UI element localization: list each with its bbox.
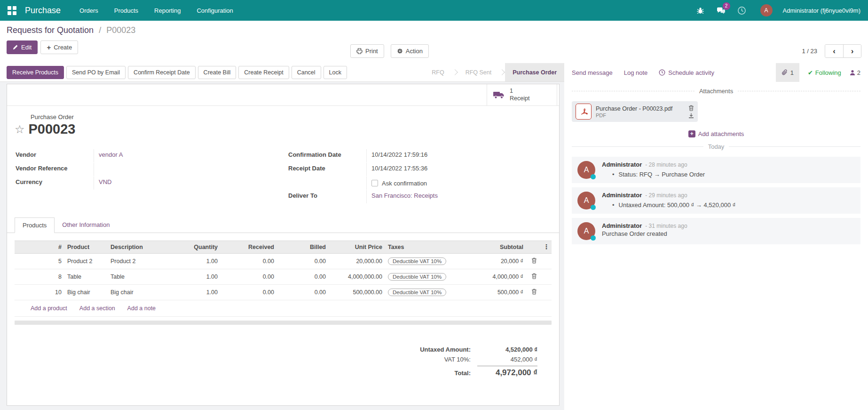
attachment-card[interactable]: Purchase Order - P00023.pdf PDF: [572, 101, 698, 122]
attachment-file-name[interactable]: Purchase Order - P00023.pdf: [596, 105, 672, 112]
tab-products[interactable]: Products: [15, 217, 55, 233]
send-message-button[interactable]: Send message: [572, 69, 613, 76]
bug-icon[interactable]: [695, 5, 706, 16]
vat-label: VAT 10%:: [382, 356, 477, 363]
edit-button[interactable]: Edit: [7, 40, 38, 54]
messages-icon[interactable]: 2: [716, 5, 726, 16]
receipt-smart-button[interactable]: 1 Receipt: [487, 84, 557, 105]
table-row[interactable]: 5 Product 2 Product 2 1.00 0.00 0.00 20,…: [15, 254, 552, 269]
deliver-to-value[interactable]: San Francisco: Receipts: [371, 192, 438, 199]
apps-menu-icon[interactable]: [8, 6, 16, 15]
table-row[interactable]: 10 Big chair Big chair 1.00 0.00 0.00 50…: [15, 285, 552, 300]
add-a-note-link[interactable]: Add a note: [127, 305, 156, 312]
print-button[interactable]: Print: [350, 44, 384, 58]
control-buttons: Edit + Create Print Action 1 / 23: [7, 40, 861, 54]
lock-button[interactable]: Lock: [324, 66, 347, 79]
log-note-button[interactable]: Log note: [624, 69, 648, 76]
ask-confirmation-checkbox[interactable]: [371, 180, 378, 186]
pdf-file-icon: [576, 104, 592, 120]
tab-other-information[interactable]: Other Information: [55, 217, 117, 233]
create-bill-button[interactable]: Create Bill: [198, 66, 237, 79]
date-divider: Today: [572, 143, 860, 150]
vendor-reference-label: Vendor Reference: [15, 163, 94, 174]
deliver-to-label: Deliver To: [287, 190, 366, 201]
currency-value[interactable]: VND: [99, 178, 111, 185]
person-icon: [850, 70, 855, 76]
send-po-by-email-button[interactable]: Send PO by Email: [66, 66, 126, 79]
delete-row-icon[interactable]: [531, 289, 537, 295]
row-handle[interactable]: [15, 289, 27, 296]
online-status-dot: [591, 174, 596, 179]
state-rfq[interactable]: RFQ: [424, 63, 451, 81]
delete-row-icon[interactable]: [531, 273, 537, 279]
online-status-dot: [591, 205, 596, 210]
following-button[interactable]: ✔ Following: [808, 69, 841, 76]
online-status-dot: [591, 235, 596, 241]
truck-icon: [493, 90, 505, 100]
user-name[interactable]: Administrator (fj6nyue0vi9m): [783, 7, 860, 14]
check-icon: ✔: [808, 69, 813, 76]
confirm-receipt-date-button[interactable]: Confirm Receipt Date: [128, 66, 196, 79]
state-rfq-sent[interactable]: RFQ Sent: [458, 63, 499, 81]
horizontal-scrollbar[interactable]: [15, 321, 552, 325]
date-divider-label: Today: [708, 143, 725, 150]
menu-products[interactable]: Products: [114, 7, 138, 14]
content-area: Receive Products Send PO by Email Confir…: [0, 63, 868, 410]
attachments-toggle-button[interactable]: 1: [776, 63, 799, 82]
menu-orders[interactable]: Orders: [79, 7, 98, 14]
menu-configuration[interactable]: Configuration: [197, 7, 233, 14]
activities-clock-icon[interactable]: [737, 5, 747, 16]
status-pipeline: RFQ RFQ Sent Purchase Order: [424, 63, 564, 81]
col-quantity: Quantity: [174, 241, 221, 253]
cancel-button[interactable]: Cancel: [292, 66, 321, 79]
delete-attachment-icon[interactable]: [688, 105, 694, 111]
receipt-date-value[interactable]: 10/14/2022 17:55:36: [366, 163, 552, 176]
message-body: Status: RFQ → Purchase Order: [619, 171, 705, 178]
page-title: P00023: [29, 121, 76, 137]
menu-reporting[interactable]: Reporting: [154, 7, 181, 14]
download-attachment-icon[interactable]: [688, 113, 694, 119]
user-avatar[interactable]: A: [760, 4, 773, 16]
col-product: Product: [64, 241, 108, 253]
bullet: •: [612, 171, 615, 178]
favorite-star-icon[interactable]: ☆: [15, 123, 25, 136]
table-row[interactable]: 8 Table Table 1.00 0.00 0.00 4,000,000.0…: [15, 269, 552, 285]
main-menu: Orders Products Reporting Configuration: [79, 7, 233, 14]
breadcrumb: Requests for Quotation / P00023: [7, 25, 861, 35]
row-handle[interactable]: [15, 273, 27, 281]
chatter-panel: Send message Log note Schedule activity …: [564, 63, 868, 410]
col-received: Received: [221, 241, 277, 253]
add-a-section-link[interactable]: Add a section: [79, 305, 115, 312]
followers-button[interactable]: 2: [850, 69, 860, 76]
state-purchase-order[interactable]: Purchase Order: [505, 63, 564, 81]
paperclip-icon: [781, 69, 788, 76]
total-value: 4,972,000 ₫: [477, 366, 537, 378]
doc-type-label: Purchase Order: [31, 113, 552, 121]
row-handle[interactable]: [15, 257, 27, 265]
create-receipt-button[interactable]: Create Receipt: [238, 66, 289, 79]
pager-next-icon[interactable]: ›: [843, 45, 861, 57]
vendor-reference-value[interactable]: [94, 163, 279, 176]
app-name[interactable]: Purchase: [25, 6, 61, 16]
pager-prev-icon[interactable]: ‹: [825, 45, 843, 57]
schedule-activity-button[interactable]: Schedule activity: [659, 69, 714, 76]
order-lines-table: # Product Description Quantity Received …: [15, 241, 552, 325]
vendor-value[interactable]: vendor A: [99, 151, 123, 158]
optional-columns-icon[interactable]: ⋮: [543, 243, 550, 250]
breadcrumb-parent[interactable]: Requests for Quotation: [7, 25, 94, 35]
bullet: •: [612, 201, 615, 209]
add-a-product-link[interactable]: Add a product: [31, 305, 67, 312]
action-button[interactable]: Action: [391, 44, 429, 58]
currency-label: Currency: [15, 177, 94, 187]
create-button[interactable]: + Create: [40, 40, 78, 54]
pager: ‹ ›: [825, 44, 861, 58]
total-label: Total:: [382, 370, 477, 377]
message: A Administrator - 28 minutes ago •Status…: [572, 157, 860, 183]
plus-icon: +: [47, 43, 51, 51]
col-subtotal: Subtotal: [470, 241, 526, 253]
confirmation-date-value: 10/14/2022 17:59:16: [366, 149, 552, 162]
receipt-count: 1: [510, 88, 529, 95]
add-attachments-button[interactable]: + Add attachments: [688, 130, 744, 137]
delete-row-icon[interactable]: [531, 257, 537, 264]
receive-products-button[interactable]: Receive Products: [7, 66, 64, 79]
